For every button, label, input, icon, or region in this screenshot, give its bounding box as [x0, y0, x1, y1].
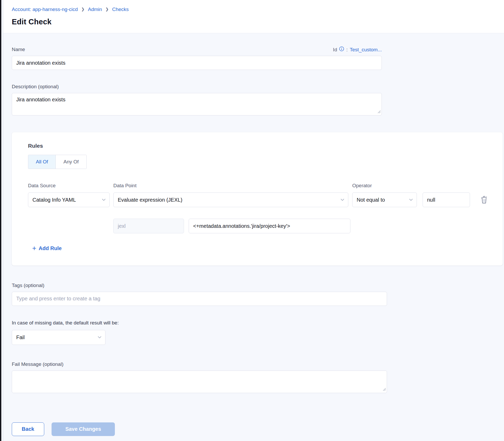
operator-field: Operator Not equal to	[352, 183, 423, 207]
missing-data-label: In case of missing data, the default res…	[12, 320, 504, 326]
default-result-select[interactable]: Fail	[12, 330, 105, 345]
trash-icon	[480, 196, 488, 204]
rule-value-input[interactable]	[423, 192, 470, 207]
add-rule-label: Add Rule	[39, 245, 62, 251]
rule-row: Data Source Catalog Info YAML Data Point…	[28, 183, 488, 207]
operator-select[interactable]: Not equal to	[352, 192, 417, 207]
breadcrumb-admin-link[interactable]: Admin	[88, 6, 102, 13]
chevron-down-icon	[340, 199, 344, 201]
chevron-down-icon	[102, 199, 106, 201]
tags-input[interactable]	[12, 292, 387, 306]
tags-label: Tags (optional)	[12, 282, 504, 289]
data-source-label: Data Source	[28, 183, 113, 189]
page-header: Account: app-harness-ng-cicd ❯ Admin ❯ C…	[3, 0, 504, 33]
data-point-value: Evaluate expression (JEXL)	[118, 197, 182, 203]
fail-message-label: Fail Message (optional)	[12, 361, 504, 367]
chevron-down-icon	[98, 336, 102, 339]
default-result-value: Fail	[16, 334, 25, 340]
data-source-select[interactable]: Catalog Info YAML	[28, 192, 110, 207]
chevron-right-icon: ❯	[105, 5, 109, 13]
breadcrumb: Account: app-harness-ng-cicd ❯ Admin ❯ C…	[12, 6, 504, 13]
description-textarea-wrap: Jira annotation exists	[12, 93, 382, 115]
fail-message-textarea[interactable]	[12, 371, 387, 393]
back-button[interactable]: Back	[12, 422, 44, 436]
rules-mode-toggle: All Of Any Of	[28, 155, 87, 169]
toggle-any-of[interactable]: Any Of	[55, 155, 86, 169]
name-id-row: Name Id : Test_custom...	[12, 46, 382, 53]
id-label: Id	[333, 47, 337, 53]
operator-label: Operator	[352, 183, 423, 189]
edit-check-form: Name Id : Test_custom... Description (op…	[3, 46, 504, 436]
breadcrumb-account-link[interactable]: Account: app-harness-ng-cicd	[12, 6, 78, 13]
expression-row	[113, 219, 488, 233]
rules-title: Rules	[28, 143, 488, 149]
save-changes-button[interactable]: Save Changes	[52, 422, 115, 436]
edit-check-page: Account: app-harness-ng-cicd ❯ Admin ❯ C…	[3, 0, 504, 441]
fail-message-textarea-wrap	[12, 371, 387, 393]
data-point-label: Data Point	[113, 183, 352, 189]
operator-value: Not equal to	[357, 197, 385, 203]
id-separator: :	[346, 47, 348, 53]
name-label: Name	[12, 46, 25, 53]
data-source-field: Data Source Catalog Info YAML	[28, 183, 113, 207]
toggle-all-of[interactable]: All Of	[28, 155, 55, 169]
check-id-link[interactable]: Test_custom...	[350, 47, 382, 53]
data-source-value: Catalog Info YAML	[32, 197, 76, 203]
resize-handle-icon[interactable]	[383, 387, 386, 392]
data-point-select[interactable]: Evaluate expression (JEXL)	[113, 192, 348, 207]
description-textarea[interactable]: Jira annotation exists	[12, 93, 382, 115]
data-point-field: Data Point Evaluate expression (JEXL)	[113, 183, 352, 207]
add-rule-button[interactable]: + Add Rule	[32, 245, 62, 251]
window-edge-strip	[0, 0, 1, 441]
info-icon[interactable]	[339, 46, 344, 51]
plus-icon: +	[32, 246, 36, 251]
breadcrumb-checks-link[interactable]: Checks	[112, 6, 128, 13]
chevron-down-icon	[409, 199, 413, 201]
jexl-input[interactable]	[113, 219, 184, 233]
chevron-right-icon: ❯	[81, 5, 85, 13]
form-actions: Back Save Changes	[12, 422, 504, 436]
resize-handle-icon[interactable]	[378, 110, 381, 114]
name-input[interactable]	[12, 56, 382, 70]
delete-rule-button[interactable]	[480, 196, 488, 204]
rules-card: Rules All Of Any Of Data Source Catalog …	[12, 132, 503, 266]
expression-input[interactable]	[189, 219, 350, 233]
page-title: Edit Check	[12, 18, 504, 26]
check-id-block: Id : Test_custom...	[333, 47, 382, 53]
description-label: Description (optional)	[12, 84, 504, 90]
